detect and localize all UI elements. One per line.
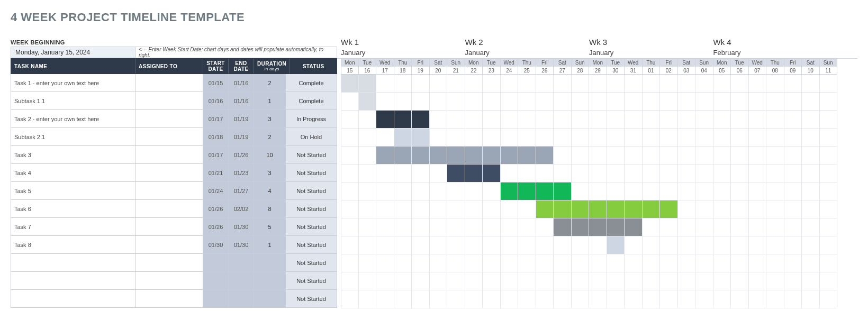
cell-task-name[interactable]: Task 8 <box>11 236 135 253</box>
gantt-cell <box>501 254 519 272</box>
cell-assigned-to[interactable] <box>135 290 203 307</box>
cell-end-date[interactable]: 01/19 <box>229 128 254 145</box>
cell-start-date[interactable] <box>203 290 229 307</box>
cell-duration[interactable]: 3 <box>254 110 286 127</box>
cell-task-name[interactable]: Task 5 <box>11 182 135 199</box>
cell-end-date[interactable]: 01/16 <box>229 92 254 109</box>
cell-assigned-to[interactable] <box>135 92 203 109</box>
cell-start-date[interactable]: 01/30 <box>203 236 229 253</box>
cell-assigned-to[interactable] <box>135 200 203 217</box>
cell-status[interactable]: On Hold <box>286 128 337 145</box>
task-row[interactable]: Task 701/2601/305Not Started <box>11 218 337 236</box>
gantt-day-number: 06 <box>731 67 749 75</box>
task-row[interactable]: Task 601/2602/028Not Started <box>11 200 337 218</box>
cell-task-name[interactable]: Subtask 1.1 <box>11 92 135 109</box>
cell-duration[interactable]: 8 <box>254 200 286 217</box>
cell-task-name[interactable] <box>11 290 135 307</box>
cell-duration[interactable]: 5 <box>254 218 286 235</box>
cell-task-name[interactable]: Task 2 - enter your own text here <box>11 110 135 127</box>
gantt-cell <box>483 290 501 308</box>
cell-duration[interactable]: 10 <box>254 146 286 163</box>
cell-assigned-to[interactable] <box>135 272 203 289</box>
cell-task-name[interactable]: Task 4 <box>11 164 135 181</box>
cell-duration[interactable]: 2 <box>254 74 286 92</box>
cell-end-date[interactable]: 02/02 <box>229 200 254 217</box>
task-row[interactable]: Not Started <box>11 290 337 308</box>
cell-task-name[interactable] <box>11 254 135 271</box>
cell-task-name[interactable] <box>11 272 135 289</box>
task-row[interactable]: Subtask 2.101/1801/192On Hold <box>11 128 337 146</box>
cell-end-date[interactable] <box>229 272 254 289</box>
cell-status[interactable]: Complete <box>286 74 337 92</box>
cell-start-date[interactable]: 01/15 <box>203 74 229 92</box>
cell-duration[interactable] <box>254 254 286 271</box>
cell-task-name[interactable]: Task 1 - enter your own text here <box>11 74 135 92</box>
task-row[interactable]: Not Started <box>11 272 337 290</box>
cell-end-date[interactable] <box>229 290 254 307</box>
task-row[interactable]: Task 401/2101/233Not Started <box>11 164 337 182</box>
cell-assigned-to[interactable] <box>135 182 203 199</box>
cell-start-date[interactable]: 01/17 <box>203 146 229 163</box>
task-row[interactable]: Task 301/1701/2610Not Started <box>11 146 337 164</box>
cell-start-date[interactable] <box>203 254 229 271</box>
cell-task-name[interactable]: Task 3 <box>11 146 135 163</box>
cell-duration[interactable]: 1 <box>254 92 286 109</box>
cell-assigned-to[interactable] <box>135 128 203 145</box>
cell-task-name[interactable]: Subtask 2.1 <box>11 128 135 145</box>
cell-status[interactable]: Not Started <box>286 164 337 181</box>
cell-assigned-to[interactable] <box>135 164 203 181</box>
gantt-cell <box>483 236 501 254</box>
cell-task-name[interactable]: Task 6 <box>11 200 135 217</box>
week-begin-date-input[interactable]: Monday, January 15, 2024 <box>11 47 135 58</box>
cell-start-date[interactable]: 01/21 <box>203 164 229 181</box>
cell-end-date[interactable] <box>229 254 254 271</box>
cell-start-date[interactable]: 01/18 <box>203 128 229 145</box>
cell-duration[interactable] <box>254 290 286 307</box>
task-row[interactable]: Subtask 1.101/1601/161Complete <box>11 92 337 110</box>
cell-start-date[interactable] <box>203 272 229 289</box>
task-row[interactable]: Task 2 - enter your own text here01/1701… <box>11 110 337 128</box>
cell-duration[interactable]: 1 <box>254 236 286 253</box>
cell-start-date[interactable]: 01/16 <box>203 92 229 109</box>
cell-assigned-to[interactable] <box>135 110 203 127</box>
cell-duration[interactable] <box>254 272 286 289</box>
task-row[interactable]: Task 801/3001/301Not Started <box>11 236 337 254</box>
cell-status[interactable]: Not Started <box>286 272 337 289</box>
task-row[interactable]: Task 501/2401/274Not Started <box>11 182 337 200</box>
cell-end-date[interactable]: 01/19 <box>229 110 254 127</box>
cell-end-date[interactable]: 01/16 <box>229 74 254 92</box>
cell-status[interactable]: Not Started <box>286 218 337 235</box>
cell-start-date[interactable]: 01/17 <box>203 110 229 127</box>
cell-status[interactable]: Not Started <box>286 146 337 163</box>
cell-status[interactable]: In Progress <box>286 110 337 127</box>
gantt-cell <box>713 147 731 164</box>
cell-duration[interactable]: 4 <box>254 182 286 199</box>
cell-status[interactable]: Not Started <box>286 254 337 271</box>
gantt-cell <box>607 200 625 218</box>
cell-start-date[interactable]: 01/26 <box>203 200 229 217</box>
cell-status[interactable]: Not Started <box>286 200 337 217</box>
cell-duration[interactable]: 3 <box>254 164 286 181</box>
cell-assigned-to[interactable] <box>135 146 203 163</box>
cell-status[interactable]: Not Started <box>286 182 337 199</box>
cell-assigned-to[interactable] <box>135 254 203 271</box>
gantt-cell <box>465 290 483 308</box>
cell-end-date[interactable]: 01/30 <box>229 218 254 235</box>
task-row[interactable]: Task 1 - enter your own text here01/1501… <box>11 74 337 92</box>
cell-duration[interactable]: 2 <box>254 128 286 145</box>
cell-status[interactable]: Complete <box>286 92 337 109</box>
cell-status[interactable]: Not Started <box>286 236 337 253</box>
cell-start-date[interactable]: 01/24 <box>203 182 229 199</box>
gantt-cell <box>766 164 784 182</box>
cell-end-date[interactable]: 01/26 <box>229 146 254 163</box>
cell-task-name[interactable]: Task 7 <box>11 218 135 235</box>
task-row[interactable]: Not Started <box>11 254 337 272</box>
cell-assigned-to[interactable] <box>135 236 203 253</box>
cell-assigned-to[interactable] <box>135 74 203 92</box>
cell-end-date[interactable]: 01/27 <box>229 182 254 199</box>
cell-end-date[interactable]: 01/23 <box>229 164 254 181</box>
cell-start-date[interactable]: 01/26 <box>203 218 229 235</box>
cell-assigned-to[interactable] <box>135 218 203 235</box>
cell-end-date[interactable]: 01/30 <box>229 236 254 253</box>
cell-status[interactable]: Not Started <box>286 290 337 307</box>
